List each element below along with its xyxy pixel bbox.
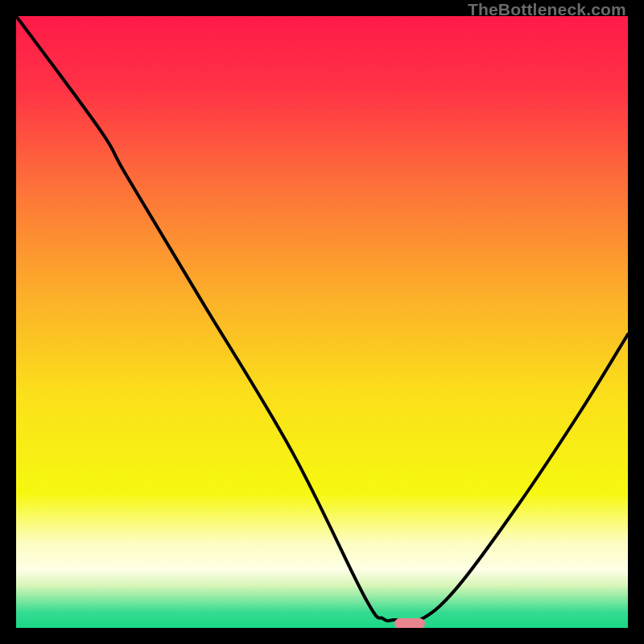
watermark-text: TheBottleneck.com (468, 0, 626, 19)
gradient-background (16, 16, 628, 628)
optimal-marker (394, 618, 425, 628)
plot-area (16, 16, 628, 628)
outer-frame: TheBottleneck.com (0, 0, 644, 644)
chart-svg (16, 16, 628, 628)
